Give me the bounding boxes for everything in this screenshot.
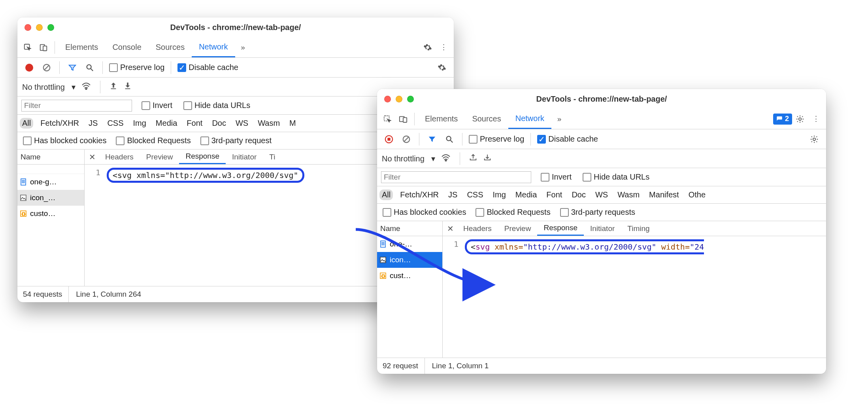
tab-elements[interactable]: Elements [58,37,105,57]
chip-ws[interactable]: WS [593,189,610,200]
upload-har-icon[interactable] [109,81,118,92]
maximize-window-button[interactable] [47,24,54,31]
chip-all[interactable]: All [20,118,33,129]
chip-wasm[interactable]: Wasm [255,118,282,129]
inspect-element-icon[interactable] [379,111,395,127]
subtab-response[interactable]: Response [179,150,226,164]
subtab-headers[interactable]: Headers [99,150,140,164]
request-row-selected[interactable]: icon… [377,252,442,268]
preserve-log-checkbox[interactable]: Preserve log [469,134,524,144]
record-button[interactable] [21,60,37,76]
device-toolbar-icon[interactable] [395,111,411,127]
subtab-timing[interactable]: Timing [621,221,656,236]
chip-css[interactable]: CSS [464,189,485,200]
device-toolbar-icon[interactable] [36,40,51,55]
invert-checkbox[interactable]: Invert [142,101,172,110]
request-row[interactable] [17,165,84,174]
request-row[interactable]: {} cust… [377,268,442,284]
download-har-icon[interactable] [483,153,492,164]
request-row[interactable]: one-g… [17,174,84,190]
record-button[interactable] [381,131,397,147]
throttling-select[interactable]: No throttling ▾ [382,154,435,163]
third-party-checkbox[interactable]: 3rd-party request [200,136,272,145]
subtab-preview[interactable]: Preview [498,221,538,236]
chip-img[interactable]: Img [131,118,149,129]
chip-media[interactable]: Media [153,118,179,129]
hide-data-urls-checkbox[interactable]: Hide data URLs [583,172,649,182]
tab-network[interactable]: Network [508,109,551,129]
subtab-response[interactable]: Response [537,221,584,236]
throttling-select[interactable]: No throttling ▾ [22,82,75,92]
tab-sources[interactable]: Sources [149,37,192,57]
search-icon[interactable] [82,60,98,76]
chip-manifest[interactable]: Manifest [647,189,681,200]
maximize-window-button[interactable] [407,96,414,102]
third-party-checkbox[interactable]: 3rd-party requests [560,208,635,217]
chip-doc[interactable]: Doc [209,118,228,129]
subtab-initiator[interactable]: Initiator [584,221,621,236]
blocked-requests-checkbox[interactable]: Blocked Requests [116,136,191,145]
issues-badge[interactable]: 2 [773,114,792,125]
chip-js[interactable]: JS [86,118,100,129]
settings-gear-icon[interactable] [420,40,436,55]
filter-funnel-icon[interactable] [64,60,80,76]
chip-media[interactable]: Media [513,189,539,200]
subtab-preview[interactable]: Preview [140,150,179,164]
request-row[interactable]: one-… [377,236,442,252]
tab-sources[interactable]: Sources [465,109,508,129]
chip-all[interactable]: All [379,189,393,200]
close-detail-icon[interactable]: ✕ [443,224,457,233]
more-tabs-icon[interactable]: » [551,111,567,127]
chip-img[interactable]: Img [491,189,508,200]
minimize-window-button[interactable] [396,96,402,102]
minimize-window-button[interactable] [36,24,43,31]
network-settings-gear-icon[interactable] [434,60,450,76]
has-blocked-cookies-checkbox[interactable]: Has blocked cookies [23,136,106,145]
tab-console[interactable]: Console [105,37,148,57]
chip-ws[interactable]: WS [233,118,251,129]
kebab-menu-icon[interactable]: ⋮ [436,40,451,55]
wifi-icon[interactable] [441,153,451,163]
wifi-icon[interactable] [81,82,91,92]
download-har-icon[interactable] [123,81,132,92]
has-blocked-cookies-checkbox[interactable]: Has blocked cookies [383,208,466,217]
inspect-element-icon[interactable] [20,40,36,55]
settings-gear-icon[interactable] [792,111,808,127]
name-column-header[interactable]: Name [377,221,442,236]
close-window-button[interactable] [25,24,31,31]
disable-cache-checkbox[interactable]: ✓Disable cache [537,134,598,144]
chip-doc[interactable]: Doc [569,189,588,200]
response-code-area[interactable]: 1 <svg xmlns="http://www.w3.org/2000/svg… [443,236,826,358]
subtab-initiator[interactable]: Initiator [226,150,263,164]
tab-elements[interactable]: Elements [418,109,465,129]
filter-input[interactable] [21,100,132,112]
filter-input[interactable] [381,171,531,183]
upload-har-icon[interactable] [469,153,477,164]
chip-fetch-xhr[interactable]: Fetch/XHR [398,189,441,200]
subtab-headers[interactable]: Headers [457,221,498,236]
chip-wasm[interactable]: Wasm [615,189,642,200]
request-row[interactable]: {} custo… [17,206,84,222]
search-icon[interactable] [442,131,457,147]
invert-checkbox[interactable]: Invert [541,172,572,182]
chip-css[interactable]: CSS [105,118,126,129]
chip-fetch-xhr[interactable]: Fetch/XHR [38,118,81,129]
filter-funnel-icon[interactable] [424,131,440,147]
chip-more[interactable]: M [287,118,298,129]
disable-cache-checkbox[interactable]: ✓Disable cache [177,63,238,72]
network-settings-gear-icon[interactable] [806,131,822,147]
blocked-requests-checkbox[interactable]: Blocked Requests [476,208,550,217]
clear-icon[interactable] [398,131,414,147]
chip-other[interactable]: Othe [686,189,708,200]
hide-data-urls-checkbox[interactable]: Hide data URLs [183,101,250,110]
kebab-menu-icon[interactable]: ⋮ [808,111,824,127]
chip-font[interactable]: Font [544,189,564,200]
close-window-button[interactable] [384,96,391,102]
subtab-timing[interactable]: Ti [263,150,281,164]
clear-icon[interactable] [39,60,55,76]
chip-js[interactable]: JS [446,189,460,200]
close-detail-icon[interactable]: ✕ [85,152,99,162]
more-tabs-icon[interactable]: » [235,40,251,55]
name-column-header[interactable]: Name [17,150,84,165]
preserve-log-checkbox[interactable]: Preserve log [109,63,164,72]
